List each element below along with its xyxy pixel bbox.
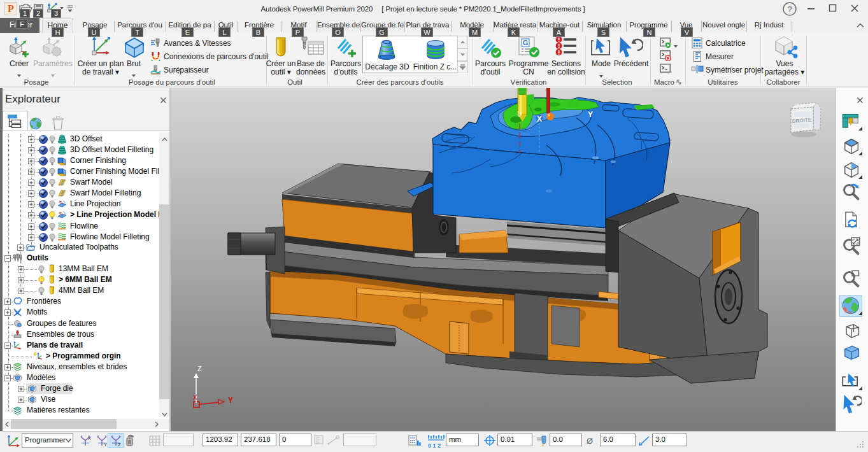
svg-text:?: ? (787, 4, 792, 14)
svg-text:Z: Z (197, 365, 202, 372)
svg-text:Z=: Z= (316, 441, 320, 444)
svg-text:X: X (88, 435, 91, 441)
svg-text:Y: Y (228, 396, 233, 405)
svg-text:0 1 2: 0 1 2 (428, 442, 441, 449)
svg-text:X: X (537, 115, 542, 124)
svg-text:Z: Z (118, 442, 121, 447)
svg-text:U: U (517, 111, 522, 118)
svg-text:Y: Y (588, 110, 593, 119)
svg-text:X: X (193, 394, 197, 401)
svg-text:G: G (523, 39, 529, 46)
svg-text:Y: Y (104, 442, 107, 447)
